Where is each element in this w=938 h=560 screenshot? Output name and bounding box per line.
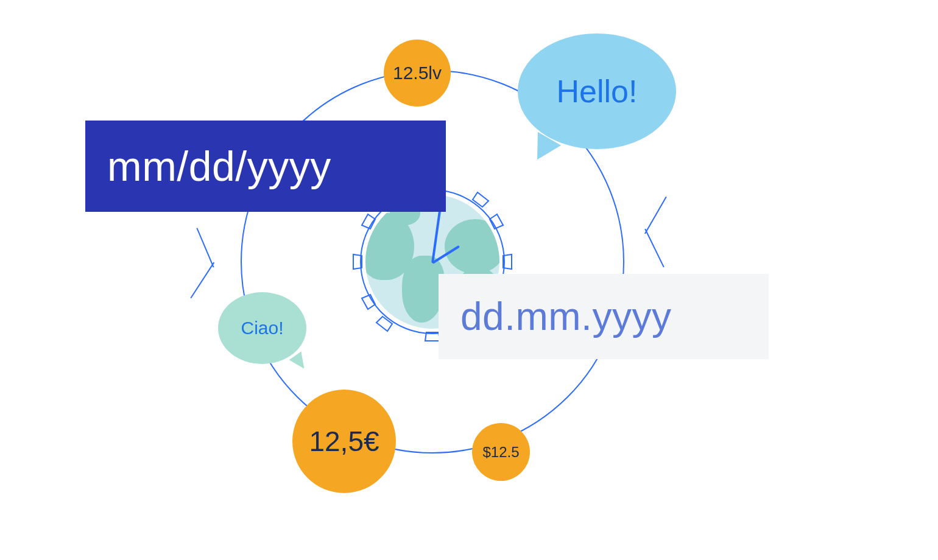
greeting-it-label: Ciao! bbox=[241, 318, 283, 338]
date-format-secondary-box: dd.mm.yyyy bbox=[439, 274, 769, 359]
greeting-en-bubble: Hello! bbox=[518, 33, 676, 149]
currency-usd-label: $12.5 bbox=[482, 444, 519, 461]
arrowhead-left-icon bbox=[192, 227, 234, 303]
greeting-it-bubble: Ciao! bbox=[218, 292, 306, 364]
localization-diagram: 12.5lv Hello! mm/dd/yyyy dd.mm.yyyy Ciao… bbox=[0, 0, 938, 560]
currency-eur-badge: 12,5€ bbox=[292, 390, 396, 493]
currency-lv-label: 12.5lv bbox=[393, 63, 442, 83]
date-format-secondary-label: dd.mm.yyyy bbox=[460, 294, 671, 339]
date-format-primary-box: mm/dd/yyyy bbox=[85, 121, 446, 212]
greeting-en-label: Hello! bbox=[557, 73, 638, 110]
currency-eur-label: 12,5€ bbox=[309, 425, 379, 458]
date-format-primary-label: mm/dd/yyyy bbox=[107, 142, 331, 190]
currency-lv-badge: 12.5lv bbox=[384, 40, 451, 107]
arrowhead-right-icon bbox=[626, 194, 665, 268]
currency-usd-badge: $12.5 bbox=[472, 423, 530, 481]
